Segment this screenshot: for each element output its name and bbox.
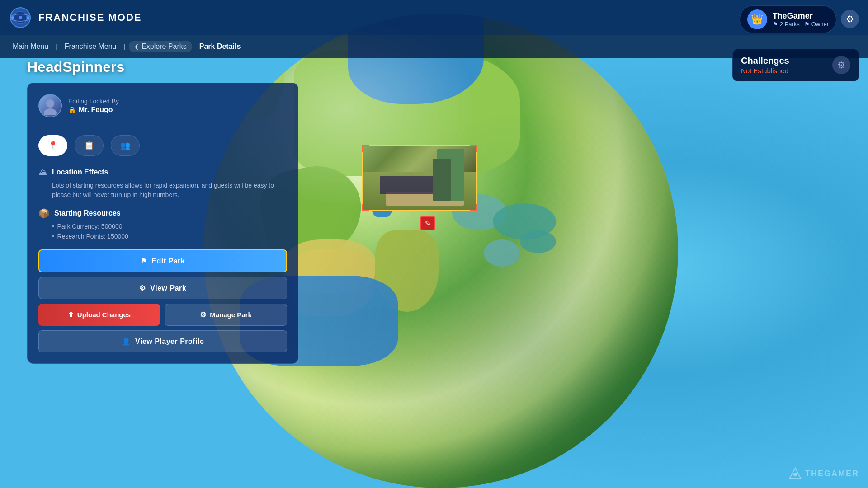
svg-point-6 <box>46 99 54 108</box>
challenges-panel: Challenges Not Established ⚙ <box>732 49 859 81</box>
crown-icon: 👑 <box>747 9 767 29</box>
bullet-1: • <box>52 232 55 240</box>
breadcrumb-explore-parks[interactable]: ❮ Explore Parks <box>129 41 192 52</box>
location-pin-icon: 📍 <box>48 141 58 150</box>
watermark-logo-icon <box>789 467 802 480</box>
svg-point-4 <box>11 16 14 19</box>
user-info: TheGamer ⚑ 2 Parks ⚑ Owner <box>773 11 829 28</box>
people-icon: 👥 <box>120 141 130 150</box>
flag-icon-edit: ⚑ <box>141 257 147 265</box>
svg-point-7 <box>44 108 57 115</box>
locked-by-name: 🔒 Mr. Feugo <box>68 106 119 114</box>
breadcrumb-park-details: Park Details <box>196 41 245 52</box>
mountain-icon: ⛰ <box>38 167 47 177</box>
tab-row: 📍 📋 👥 <box>38 135 287 156</box>
user-stats: ⚑ 2 Parks ⚑ Owner <box>773 21 829 28</box>
upload-icon: ⬆ <box>68 310 74 319</box>
clipboard-icon: 📋 <box>84 141 94 150</box>
view-park-button[interactable]: ⚙ View Park <box>38 277 287 299</box>
breadcrumb-franchise-menu[interactable]: Franchise Menu <box>61 41 120 52</box>
app-logo-icon <box>9 6 32 29</box>
editing-locked-section: Editing Locked By 🔒 Mr. Feugo <box>38 94 287 126</box>
location-effects-description: Lots of starting resources allows for ra… <box>52 181 287 200</box>
park-card: Editing Locked By 🔒 Mr. Feugo 📍 📋 👥 ⛰ Lo… <box>27 83 298 364</box>
user-name: TheGamer <box>773 11 829 21</box>
challenges-status: Not Established <box>741 67 825 75</box>
eye-icon-view: ⚙ <box>139 284 146 292</box>
tab-info[interactable]: 📋 <box>75 135 104 156</box>
map-edit-pin[interactable]: ✎ <box>420 216 435 230</box>
starting-resources-header: 📦 Starting Resources <box>38 208 287 219</box>
locked-info: Editing Locked By 🔒 Mr. Feugo <box>68 98 119 114</box>
sep1: | <box>56 43 57 50</box>
header-bar: FRANCHISE MODE <box>0 0 868 35</box>
starting-resources-title: Starting Resources <box>54 209 121 217</box>
starting-resources-section: 📦 Starting Resources • Park Currency: 50… <box>38 208 287 240</box>
action-buttons: ⚑ Edit Park ⚙ View Park ⬆ Upload Changes… <box>38 249 287 352</box>
challenges-settings-button[interactable]: ⚙ <box>832 56 850 74</box>
view-player-profile-button[interactable]: 👤 View Player Profile <box>38 330 287 352</box>
location-effects-header: ⛰ Location Effects <box>38 167 287 177</box>
user-parks-stat: ⚑ 2 Parks <box>773 21 800 28</box>
lock-icon: 🔒 <box>68 106 76 113</box>
user-panel: 👑 TheGamer ⚑ 2 Parks ⚑ Owner <box>740 5 836 33</box>
settings-button-top[interactable]: ⚙ <box>841 10 859 28</box>
park-structure2 <box>433 159 451 200</box>
avatar <box>38 94 62 117</box>
edit-pencil-icon: ✎ <box>425 219 431 228</box>
challenges-text: Challenges Not Established <box>741 56 825 75</box>
tab-people[interactable]: 👥 <box>111 135 140 156</box>
avatar-image <box>39 95 61 117</box>
gear-icon-top: ⚙ <box>846 14 854 24</box>
svg-point-9 <box>793 473 797 476</box>
park-name: HeadSpinners <box>27 59 298 75</box>
sep2: | <box>124 43 126 50</box>
resources-icon: 📦 <box>38 208 50 219</box>
park-panel: HeadSpinners Editing Locked By 🔒 Mr. Feu… <box>27 59 298 364</box>
park-scene <box>363 146 476 210</box>
crown-unicode: 👑 <box>751 14 763 25</box>
parks-icon: ⚑ <box>773 21 778 28</box>
thumbnail-image <box>363 146 476 210</box>
app-title: FRANCHISE MODE <box>38 12 142 23</box>
challenges-title: Challenges <box>741 56 825 66</box>
svg-point-5 <box>27 16 29 19</box>
upload-changes-button[interactable]: ⬆ Upload Changes <box>38 304 160 326</box>
manage-park-button[interactable]: ⚙ Manage Park <box>165 304 287 326</box>
tab-location[interactable]: 📍 <box>38 135 67 156</box>
resource-item-0: • Park Currency: 500000 <box>52 222 287 230</box>
park-thumbnail <box>362 145 477 211</box>
profile-icon: 👤 <box>122 337 131 346</box>
edit-park-button[interactable]: ⚑ Edit Park <box>38 249 287 272</box>
gear-icon-challenges: ⚙ <box>837 60 845 70</box>
chevron-left-icon: ❮ <box>134 43 139 50</box>
bullet-0: • <box>52 222 55 230</box>
svg-point-3 <box>19 16 22 19</box>
resource-item-1: • Research Points: 150000 <box>52 232 287 240</box>
watermark: THEGAMER <box>789 467 859 480</box>
breadcrumb-main-menu[interactable]: Main Menu <box>9 41 52 52</box>
editing-locked-label: Editing Locked By <box>68 98 119 105</box>
location-effects-title: Location Effects <box>52 168 108 176</box>
manage-icon: ⚙ <box>200 310 206 319</box>
user-role-stat: ⚑ Owner <box>804 21 829 28</box>
middle-btn-row: ⬆ Upload Changes ⚙ Manage Park <box>38 304 287 326</box>
role-icon: ⚑ <box>804 21 810 28</box>
